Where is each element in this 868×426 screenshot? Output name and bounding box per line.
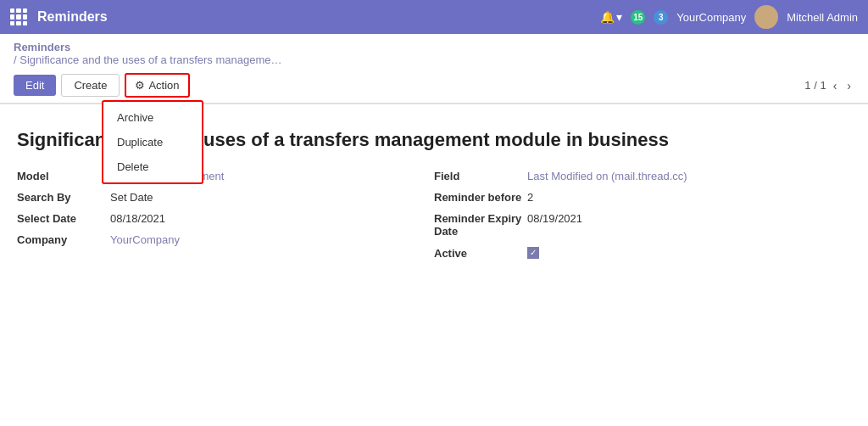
field-value-selectdate: 08/18/2021: [110, 212, 165, 225]
field-label-reminder-expiry: Reminder ExpiryDate: [434, 212, 527, 238]
field-label-searchby: Search By: [17, 191, 110, 204]
field-row-active: Active ✓: [434, 247, 851, 260]
notifications-button[interactable]: 🔔 ▾: [600, 10, 622, 24]
fields-grid: Model Email CC management Search By Set …: [17, 170, 851, 268]
fields-left: Model Email CC management Search By Set …: [17, 170, 434, 268]
field-label-model: Model: [17, 170, 110, 182]
action-dropdown: Archive Duplicate Delete: [102, 100, 203, 184]
field-row-field: Field Last Modified on (mail.thread.cc): [434, 170, 851, 182]
field-label-reminder-before: Reminder before: [434, 191, 527, 204]
topbar: Reminders 🔔 ▾ 15 3 YourCompany Mitchell …: [0, 0, 868, 34]
bell-icon: 🔔: [600, 10, 615, 24]
avatar[interactable]: [754, 5, 778, 29]
company-name[interactable]: YourCompany: [676, 11, 746, 24]
create-button[interactable]: Create: [61, 74, 120, 97]
breadcrumb: Reminders / Significance and the uses of…: [0, 34, 868, 68]
user-name[interactable]: Mitchell Admin: [787, 11, 858, 24]
action-button[interactable]: ⚙ Action: [125, 73, 189, 98]
gear-icon: ⚙: [135, 79, 145, 92]
next-page-button[interactable]: ›: [843, 77, 854, 94]
fields-right: Field Last Modified on (mail.thread.cc) …: [434, 170, 851, 268]
topbar-right: 🔔 ▾ 15 3 YourCompany Mitchell Admin: [600, 5, 858, 29]
field-label-active: Active: [434, 247, 527, 260]
field-value-field[interactable]: Last Modified on (mail.thread.cc): [527, 170, 687, 182]
field-value-reminder-expiry: 08/19/2021: [527, 212, 582, 225]
field-row-company: Company YourCompany: [17, 233, 434, 246]
breadcrumb-current: / Significance and the uses of a transfe…: [14, 53, 854, 66]
field-row-model: Model Email CC management: [17, 170, 434, 182]
updates-badge: 15: [631, 10, 645, 25]
pagination: 1 / 1 ‹ ›: [804, 77, 854, 94]
field-label-field: Field: [434, 170, 527, 182]
messages-badge: 3: [654, 10, 668, 25]
notification-dropdown-arrow: ▾: [616, 10, 622, 24]
prev-page-button[interactable]: ‹: [830, 77, 841, 94]
svg-point-0: [761, 8, 771, 19]
edit-button[interactable]: Edit: [14, 75, 56, 96]
svg-point-1: [758, 21, 775, 29]
action-duplicate[interactable]: Duplicate: [103, 130, 202, 154]
grid-menu-icon[interactable]: [10, 8, 27, 25]
field-value-company[interactable]: YourCompany: [110, 233, 180, 246]
field-value-searchby: Set Date: [110, 191, 153, 204]
action-delete[interactable]: Delete: [103, 154, 202, 179]
action-label: Action: [148, 79, 179, 92]
action-archive[interactable]: Archive: [103, 105, 202, 130]
field-row-reminder-expiry: Reminder ExpiryDate 08/19/2021: [434, 212, 851, 238]
field-row-searchby: Search By Set Date: [17, 191, 434, 204]
pagination-info: 1 / 1: [804, 79, 826, 92]
field-row-selectdate: Select Date 08/18/2021: [17, 212, 434, 225]
toolbar: Edit Create ⚙ Action Archive Duplicate D…: [0, 68, 868, 104]
active-checkbox[interactable]: ✓: [527, 247, 539, 259]
breadcrumb-parent[interactable]: Reminders: [14, 41, 854, 53]
field-label-selectdate: Select Date: [17, 212, 110, 225]
field-row-reminder-before: Reminder before 2: [434, 191, 851, 204]
field-label-company: Company: [17, 233, 110, 246]
field-value-reminder-before: 2: [527, 191, 533, 204]
app-title: Reminders: [37, 9, 600, 25]
